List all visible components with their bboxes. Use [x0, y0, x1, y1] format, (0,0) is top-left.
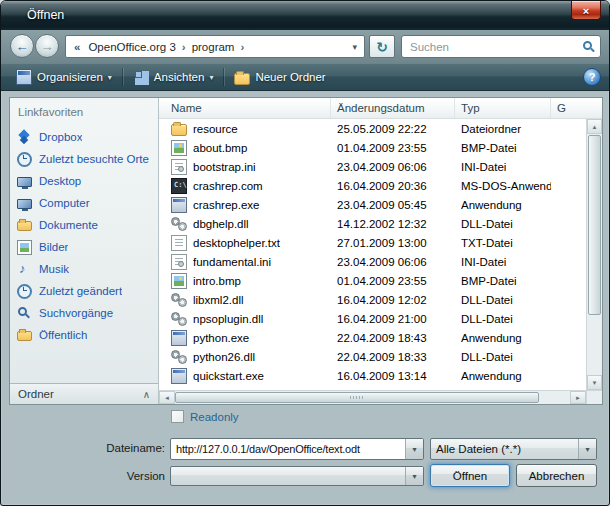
file-date: 16.04.2009 12:02	[331, 294, 455, 306]
file-name: crashrep.exe	[193, 199, 259, 211]
search-box[interactable]: Suchen	[401, 35, 601, 58]
sidebar-item-label: Dropbox	[39, 131, 82, 143]
folders-label: Ordner	[18, 388, 54, 400]
vertical-scroll-thumb[interactable]	[588, 135, 601, 315]
scroll-up-button[interactable]: ▲	[587, 119, 602, 134]
file-row[interactable]: bootstrap.ini 23.04.2009 06:06 INI-Datei	[159, 157, 586, 176]
file-row[interactable]: about.bmp 01.04.2009 23:55 BMP-Datei	[159, 138, 586, 157]
scroll-right-button[interactable]: ►	[570, 391, 586, 404]
cancel-button[interactable]: Abbrechen	[516, 464, 597, 487]
file-row[interactable]: npsoplugin.dll 16.04.2009 21:00 DLL-Date…	[159, 309, 586, 328]
sidebar-item[interactable]: Suchvorgänge	[10, 302, 158, 324]
file-row[interactable]: libxml2.dll 16.04.2009 12:02 DLL-Datei	[159, 290, 586, 309]
forward-button[interactable]: →	[35, 34, 59, 58]
filename-dropdown-button[interactable]: ▾	[405, 439, 423, 459]
dropbox-icon	[17, 130, 32, 145]
file-row[interactable]: python.exe 22.04.2009 18:43 Anwendung	[159, 328, 586, 347]
column-header-date[interactable]: Änderungsdatum	[331, 98, 455, 118]
dll-icon	[171, 311, 187, 327]
file-name: fundamental.ini	[193, 256, 271, 268]
file-name: python.exe	[193, 332, 249, 344]
sidebar-item[interactable]: Bilder	[10, 236, 158, 258]
txt-icon	[171, 235, 187, 251]
breadcrumb-segment-openoffice[interactable]: OpenOffice.org 3	[84, 41, 179, 53]
readonly-label[interactable]: Readonly	[190, 411, 239, 423]
new-folder-button[interactable]: Neuer Ordner	[227, 68, 332, 87]
breadcrumb-dropdown-icon[interactable]: ▾	[349, 42, 360, 52]
vertical-scrollbar[interactable]: ▲ ▼	[586, 119, 602, 390]
file-row[interactable]: intro.bmp 01.04.2009 23:55 BMP-Datei	[159, 271, 586, 290]
views-icon	[133, 69, 149, 85]
sidebar-item[interactable]: Zuletzt geändert	[10, 280, 158, 302]
file-row[interactable]: python26.dll 22.04.2009 18:33 DLL-Datei	[159, 347, 586, 366]
scroll-up-icon: ▲	[592, 124, 598, 130]
file-row[interactable]: crashrep.exe 23.04.2009 05:45 Anwendung	[159, 195, 586, 214]
file-date: 23.04.2009 06:06	[331, 161, 455, 173]
chevron-down-icon: ▾	[209, 73, 213, 82]
version-combobox[interactable]: ▾	[170, 466, 424, 486]
sidebar-item-label: Computer	[39, 197, 90, 209]
file-row[interactable]: dbghelp.dll 14.12.2002 12:32 DLL-Datei	[159, 214, 586, 233]
file-name: crashrep.com	[193, 180, 263, 192]
filename-label: Dateiname:	[61, 442, 165, 454]
organize-button[interactable]: Organisieren ▾	[9, 67, 119, 87]
image-icon	[171, 140, 187, 156]
file-date: 27.01.2009 13:00	[331, 237, 455, 249]
sidebar-item[interactable]: Öffentlich	[10, 324, 158, 346]
open-button[interactable]: Öffnen	[430, 464, 510, 487]
readonly-checkbox[interactable]	[171, 410, 184, 423]
new-folder-icon	[234, 73, 250, 85]
titlebar[interactable]: Öffnen ×	[1, 1, 609, 30]
ini-icon	[171, 159, 187, 175]
readonly-row: Readonly	[171, 410, 239, 423]
filetype-combobox[interactable]: Alle Dateien (*.*) ▾	[430, 438, 597, 460]
filetype-dropdown-button[interactable]: ▾	[578, 439, 596, 459]
file-row[interactable]: desktophelper.txt 27.01.2009 13:00 TXT-D…	[159, 233, 586, 252]
views-button[interactable]: Ansichten ▾	[126, 67, 221, 87]
file-row[interactable]: fundamental.ini 23.04.2009 06:06 INI-Dat…	[159, 252, 586, 271]
back-button[interactable]: ←	[10, 34, 34, 58]
file-row[interactable]: crashrep.com 16.04.2009 20:36 MS-DOS-Anw…	[159, 176, 586, 195]
breadcrumb-overflow-icon[interactable]: «	[70, 41, 84, 53]
breadcrumb-separator-icon[interactable]: ›	[180, 41, 188, 53]
horizontal-scroll-thumb[interactable]	[175, 392, 539, 403]
sidebar-item[interactable]: Zuletzt besuchte Orte	[10, 148, 158, 170]
search-icon[interactable]	[582, 40, 596, 54]
close-button[interactable]: ×	[571, 1, 601, 20]
file-date: 01.04.2009 23:55	[331, 142, 455, 154]
sidebar-item[interactable]: Dropbox	[10, 126, 158, 148]
breadcrumb-segment-program[interactable]: program	[188, 41, 239, 53]
file-date: 25.05.2009 22:22	[331, 123, 455, 135]
msdos-icon	[171, 178, 187, 194]
breadcrumb-separator-icon[interactable]: ›	[238, 41, 246, 53]
column-header-name[interactable]: Name	[159, 98, 331, 118]
column-header-size[interactable]: G	[551, 98, 602, 118]
breadcrumb[interactable]: « OpenOffice.org 3 › program › ▾	[65, 35, 365, 58]
sidebar-item[interactable]: Dokumente	[10, 214, 158, 236]
file-name: intro.bmp	[193, 275, 241, 287]
scroll-left-button[interactable]: ◄	[159, 391, 175, 404]
folders-expander[interactable]: Ordner ∧	[10, 383, 158, 404]
sidebar-item[interactable]: Desktop	[10, 170, 158, 192]
file-date: 16.04.2009 13:14	[331, 370, 455, 382]
file-row[interactable]: quickstart.exe 16.04.2009 13:14 Anwendun…	[159, 366, 586, 385]
horizontal-scrollbar[interactable]: ◄ ►	[159, 390, 586, 404]
column-label: G	[557, 102, 566, 114]
open-file-dialog: Öffnen × ← → « OpenOffice.org 3 › progra…	[0, 0, 610, 506]
sidebar-item[interactable]: Computer	[10, 192, 158, 214]
sidebar-items: Dropbox Zuletzt besuchte Orte Desktop	[10, 126, 158, 346]
version-label: Version	[61, 470, 165, 482]
refresh-button[interactable]: ↻	[369, 35, 395, 58]
column-header-type[interactable]: Typ	[455, 98, 551, 118]
filename-combobox[interactable]: http://127.0.0.1/dav/OpenOffice/text.odt…	[170, 438, 424, 460]
scroll-down-button[interactable]: ▼	[587, 375, 602, 390]
sidebar-item[interactable]: Musik	[10, 258, 158, 280]
file-row[interactable]: resource 25.05.2009 22:22 Dateiordner	[159, 119, 586, 138]
version-dropdown-button[interactable]: ▾	[405, 467, 423, 485]
help-button[interactable]: ?	[583, 68, 601, 86]
file-date: 23.04.2009 05:45	[331, 199, 455, 211]
filename-value[interactable]: http://127.0.0.1/dav/OpenOffice/text.odt	[171, 439, 405, 459]
music-icon	[17, 262, 32, 277]
file-type: Anwendung	[455, 199, 551, 211]
recent-changes-icon	[17, 284, 32, 299]
